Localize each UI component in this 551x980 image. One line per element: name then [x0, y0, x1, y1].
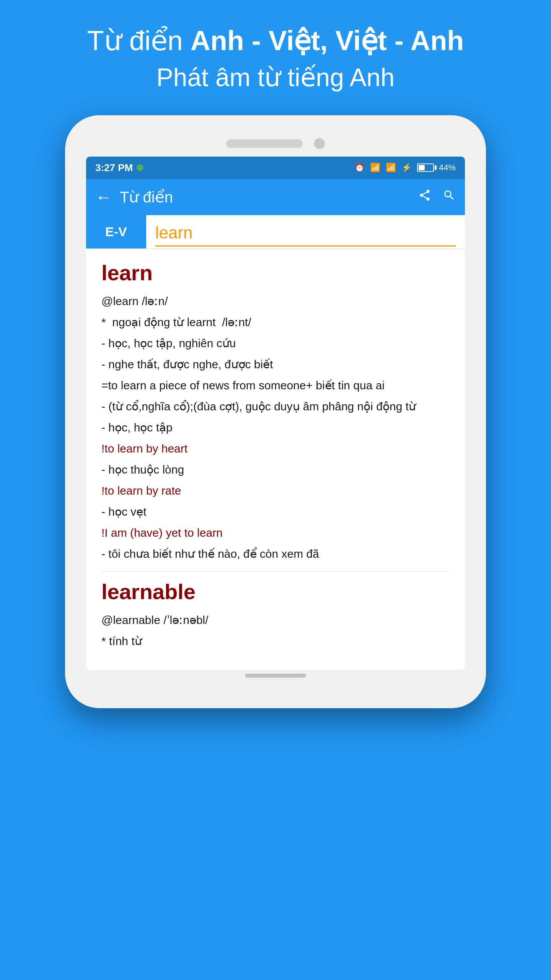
line-8: - học thuộc lòng [101, 460, 450, 479]
search-input-area[interactable]: learn [146, 215, 465, 248]
battery-percent: 44% [439, 163, 456, 173]
header-line1-bold: Anh - Việt, Việt - Anh [191, 25, 464, 56]
status-time: 3:27 PM [95, 162, 133, 174]
battery-container: 44% [417, 163, 456, 173]
phone-top-bar [86, 138, 465, 149]
phone-camera [314, 138, 325, 149]
search-icon[interactable] [443, 189, 456, 205]
app-bar: ← Từ điển [86, 179, 465, 215]
status-green-dot [137, 164, 143, 171]
signal-icon: 📶 [386, 163, 396, 173]
tab-ev[interactable]: E-V [86, 215, 146, 248]
line-1: * ngoại động từ learnt /ləːnt/ [101, 312, 450, 332]
line-11: !I am (have) yet to learn [101, 523, 450, 542]
line-2: - học, học tập, nghiên cứu [101, 333, 450, 353]
phone-shell: 3:27 PM ⏰ 📶 📶 ⚡ [65, 115, 486, 708]
word-content-learn: @learn /ləːn/ * ngoại động từ learnt /lə… [101, 291, 450, 564]
header-line2: Phát âm từ tiếng Anh [87, 63, 464, 92]
entry-learn: learn @learn /ləːn/ * ngoại động từ lear… [101, 260, 450, 564]
learnable-line-1: * tính từ [101, 631, 450, 651]
battery-tip [435, 165, 437, 170]
word-content-learnable: @learnable /ˈləːnəbl/ * tính từ [101, 610, 450, 651]
line-9: !to learn by rate [101, 481, 450, 500]
battery-fill [419, 165, 425, 170]
status-left: 3:27 PM [95, 162, 143, 174]
phone-bottom [86, 670, 465, 681]
app-bar-title: Từ điển [120, 188, 418, 206]
line-0: @learn /ləːn/ [101, 291, 450, 311]
back-button[interactable]: ← [95, 188, 112, 207]
phone-wrapper: 3:27 PM ⏰ 📶 📶 ⚡ [65, 115, 486, 708]
line-5: - (từ cổ,nghĩa cổ);(đùa cợt), guộc duyụ … [101, 397, 450, 416]
search-underline [155, 245, 456, 247]
entry-divider [101, 571, 450, 572]
header-line1-prefix: Từ điển [87, 25, 191, 56]
status-bar: 3:27 PM ⏰ 📶 📶 ⚡ [86, 157, 465, 179]
wifi-icon: 📶 [370, 163, 380, 173]
learnable-line-0: @learnable /ˈləːnəbl/ [101, 610, 450, 630]
line-7: !to learn by heart [101, 439, 450, 458]
word-title-learnable: learnable [101, 579, 450, 604]
battery-body [417, 163, 434, 172]
line-3: - nghe thất, được nghe, được biết [101, 354, 450, 374]
phone-speaker [226, 139, 303, 148]
app-bar-icons [418, 189, 456, 205]
search-tab-row: E-V learn [86, 215, 465, 249]
search-text[interactable]: learn [146, 217, 465, 242]
alarm-icon: ⏰ [354, 163, 365, 173]
share-icon[interactable] [418, 189, 431, 205]
line-6: - học, học tập [101, 418, 450, 437]
content-area: learn @learn /ləːn/ * ngoại động từ lear… [86, 249, 465, 670]
phone-screen: 3:27 PM ⏰ 📶 📶 ⚡ [86, 157, 465, 670]
charging-icon: ⚡ [401, 163, 412, 173]
word-title-learn: learn [101, 260, 450, 285]
entry-learnable: learnable @learnable /ˈləːnəbl/ * tính t… [101, 579, 450, 651]
line-10: - học vẹt [101, 502, 450, 521]
battery-icon [417, 163, 437, 172]
line-4: =to learn a piece of news from someone+ … [101, 376, 450, 395]
phone-home-bar [245, 674, 306, 678]
top-header: Từ điển Anh - Việt, Việt - Anh Phát âm t… [72, 0, 479, 108]
line-12: - tôi chưa biết như thế nào, để còn xem … [101, 544, 450, 564]
status-right: ⏰ 📶 📶 ⚡ 44% [354, 163, 456, 173]
